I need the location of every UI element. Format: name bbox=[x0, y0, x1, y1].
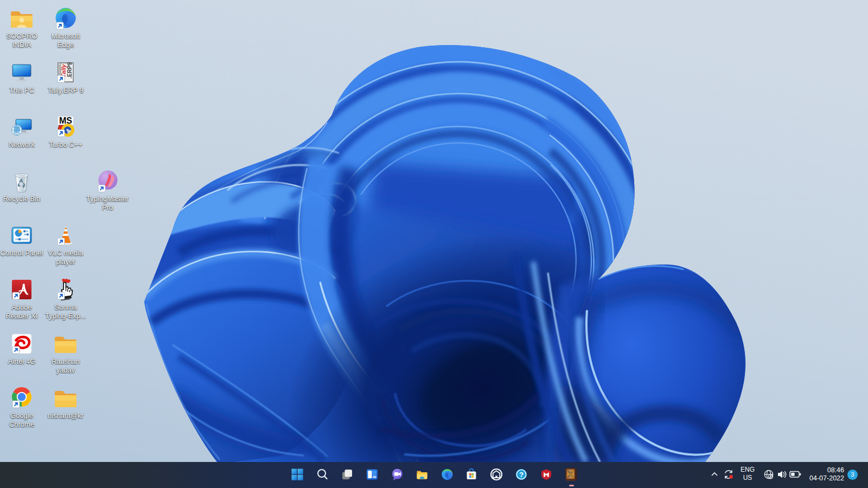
svg-text:?: ? bbox=[519, 471, 524, 479]
svg-text:X: X bbox=[572, 476, 574, 479]
svg-text:.ERP9: .ERP9 bbox=[66, 62, 73, 79]
svg-text:MS: MS bbox=[59, 116, 72, 125]
svg-text:B: B bbox=[572, 470, 574, 473]
